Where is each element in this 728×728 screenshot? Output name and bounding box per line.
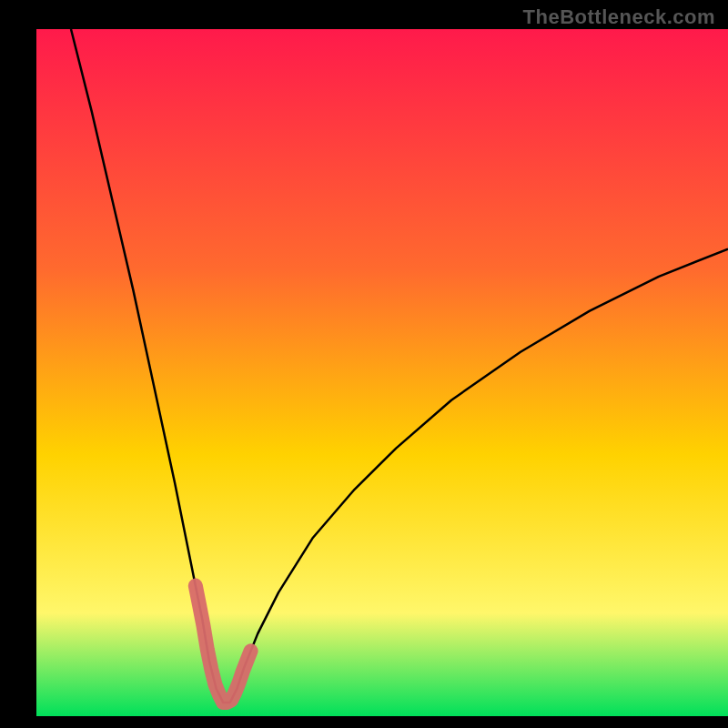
watermark-text: TheBottleneck.com (523, 5, 715, 29)
bottleneck-chart (0, 0, 728, 728)
plot-background (36, 29, 728, 716)
chart-frame: TheBottleneck.com (0, 0, 728, 728)
